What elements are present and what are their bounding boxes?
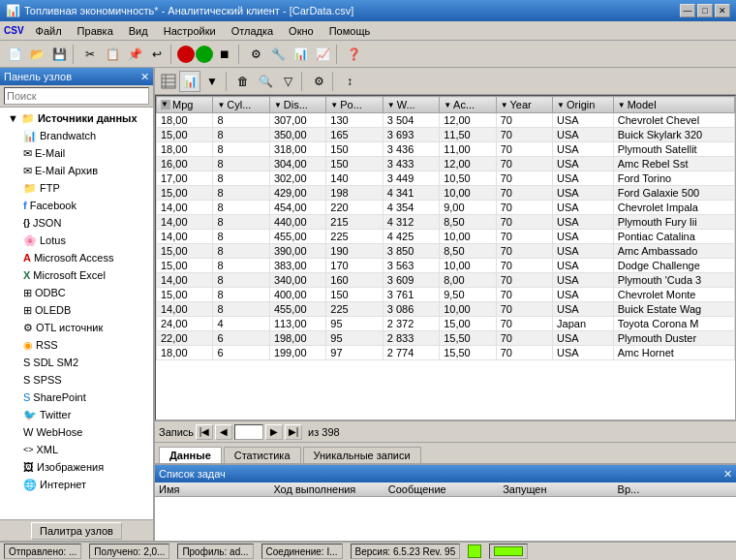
close-button[interactable]: ✕ bbox=[715, 4, 730, 17]
col-mpg[interactable]: ▼ Mpg bbox=[157, 97, 213, 113]
tb-save[interactable]: 💾 bbox=[48, 44, 70, 65]
dt-chart-icon[interactable]: 📊 bbox=[179, 71, 200, 92]
tb-btn10[interactable]: 📊 bbox=[290, 44, 311, 65]
table-cell: 70 bbox=[496, 273, 552, 288]
tree-item-rss[interactable]: ◉ RSS bbox=[0, 336, 153, 354]
table-row[interactable]: 15,008383,001703 56310,0070USADodge Chal… bbox=[157, 259, 735, 273]
table-row[interactable]: 14,008455,002254 42510,0070USAPontiac Ca… bbox=[157, 230, 735, 244]
table-row[interactable]: 16,008304,001503 43312,0070USAAmc Rebel … bbox=[157, 157, 735, 171]
data-table: ▼ Mpg ▼Cyl... ▼Dis... ▼Po... ▼W... ▼Ac..… bbox=[156, 96, 735, 360]
menu-file[interactable]: Файл bbox=[28, 23, 70, 39]
tree-item-facebook[interactable]: f Facebook bbox=[0, 197, 153, 214]
tb-btn8[interactable]: ⚙ bbox=[245, 44, 266, 65]
dt-grid-icon[interactable] bbox=[159, 72, 178, 91]
tree-item-lotus[interactable]: 🌸 Lotus bbox=[0, 232, 153, 249]
tree-item-odbc[interactable]: ⊞ ODBC bbox=[0, 284, 153, 301]
tree-root-datasources[interactable]: ▼ 📁 Источники данных bbox=[0, 109, 153, 127]
dt-funnel-icon[interactable]: ▽ bbox=[277, 71, 298, 92]
table-row[interactable]: 14,008440,002154 3128,5070USAPlymouth Fu… bbox=[157, 215, 735, 230]
table-cell: 15,00 bbox=[157, 186, 213, 201]
tree-item-webhose[interactable]: W WebHose bbox=[0, 423, 153, 441]
menu-window[interactable]: Окно bbox=[281, 23, 322, 39]
table-row[interactable]: 24,004113,00952 37215,0070JapanToyota Co… bbox=[157, 317, 735, 331]
tab-statistics[interactable]: Статистика bbox=[224, 447, 301, 463]
tree-item-json[interactable]: {} JSON bbox=[0, 214, 153, 232]
menu-help[interactable]: Помощь bbox=[322, 23, 379, 39]
dt-settings-icon[interactable]: ⚙ bbox=[308, 71, 329, 92]
minimize-button[interactable]: — bbox=[680, 4, 695, 17]
nav-next-button[interactable]: ▶ bbox=[265, 424, 283, 440]
tb-btn6[interactable] bbox=[196, 46, 213, 63]
tree-item-email[interactable]: ✉ E-Mail bbox=[0, 144, 153, 162]
tb-open[interactable]: 📂 bbox=[26, 44, 47, 65]
task-close-icon[interactable]: ✕ bbox=[723, 468, 732, 481]
table-row[interactable]: 18,008318,001503 43611,0070USAPlymouth S… bbox=[157, 142, 735, 157]
tb-new[interactable]: 📄 bbox=[4, 44, 25, 65]
tab-unique[interactable]: Уникальные записи bbox=[303, 447, 421, 463]
tree-item-otl[interactable]: ⚙ OTL источник bbox=[0, 319, 153, 336]
maximize-button[interactable]: □ bbox=[697, 4, 713, 17]
tree-item-email-archive[interactable]: ✉ E-Mail Архив bbox=[0, 162, 153, 179]
tb-btn11[interactable]: 📈 bbox=[312, 44, 333, 65]
tree-item-excel[interactable]: X Microsoft Excel bbox=[0, 266, 153, 284]
data-table-container[interactable]: ▼ Mpg ▼Cyl... ▼Dis... ▼Po... ▼W... ▼Ac..… bbox=[155, 95, 736, 420]
tree-item-images[interactable]: 🖼 Изображения bbox=[0, 458, 153, 476]
nav-first-button[interactable]: |◀ bbox=[196, 424, 213, 440]
table-cell: Plymouth 'Cuda 3 bbox=[613, 273, 734, 288]
tree-item-access[interactable]: A Microsoft Access bbox=[0, 249, 153, 266]
tree-item-spss[interactable]: S SPSS bbox=[0, 371, 153, 389]
tree-item-sharepoint[interactable]: S SharePoint bbox=[0, 389, 153, 406]
tree-item-twitter[interactable]: 🐦 Twitter bbox=[0, 406, 153, 423]
menu-settings[interactable]: Настройки bbox=[156, 23, 224, 39]
col-po[interactable]: ▼Po... bbox=[326, 97, 383, 113]
col-model[interactable]: ▼Model bbox=[613, 97, 734, 113]
search-input[interactable] bbox=[4, 87, 149, 105]
rss-icon: ◉ bbox=[23, 339, 33, 352]
tb-cut[interactable]: ✂ bbox=[79, 44, 101, 65]
menu-debug[interactable]: Отладка bbox=[224, 23, 281, 39]
tree-item-sdl[interactable]: S SDL SM2 bbox=[0, 354, 153, 371]
table-row[interactable]: 17,008302,001403 44910,5070USAFord Torin… bbox=[157, 171, 735, 186]
table-row[interactable]: 14,008454,002204 3549,0070USAChevrolet I… bbox=[157, 201, 735, 215]
tree-item-brandwatch[interactable]: 📊 Brandwatch bbox=[0, 127, 153, 144]
table-row[interactable]: 15,008350,001653 69311,5070USABuick Skyl… bbox=[157, 128, 735, 142]
table-row[interactable]: 15,008429,001984 34110,0070USAFord Galax… bbox=[157, 186, 735, 201]
tab-data[interactable]: Данные bbox=[159, 447, 222, 463]
tree-item-ftp[interactable]: 📁 FTP bbox=[0, 179, 153, 197]
col-year[interactable]: ▼Year bbox=[496, 97, 552, 113]
nav-prev-button[interactable]: ◀ bbox=[215, 424, 232, 440]
table-row[interactable]: 15,008390,001903 8508,5070USAAmc Ambassa… bbox=[157, 244, 735, 259]
tree-item-oledb[interactable]: ⊞ OLEDB bbox=[0, 301, 153, 319]
tb-btn7[interactable]: ⏹ bbox=[214, 44, 235, 65]
tree-label: E-Mail bbox=[35, 147, 65, 159]
tree-item-internet[interactable]: 🌐 Интернет bbox=[0, 476, 153, 493]
nav-last-button[interactable]: ▶| bbox=[285, 424, 302, 440]
tb-btn9[interactable]: 🔧 bbox=[267, 44, 289, 65]
col-ac[interactable]: ▼Ac... bbox=[440, 97, 496, 113]
col-origin[interactable]: ▼Origin bbox=[553, 97, 614, 113]
table-row[interactable]: 18,006199,00972 77415,5070USAAmc Hornet bbox=[157, 346, 735, 360]
dt-search-icon[interactable]: 🔍 bbox=[255, 71, 276, 92]
palette-button[interactable]: Палитра узлов bbox=[31, 522, 122, 540]
tb-paste[interactable]: 📌 bbox=[124, 44, 145, 65]
tb-undo[interactable]: ↩ bbox=[146, 44, 168, 65]
tb-help[interactable]: ❓ bbox=[343, 44, 364, 65]
tb-btn5[interactable] bbox=[177, 46, 195, 63]
table-row[interactable]: 14,008455,002253 08610,0070USABuick Esta… bbox=[157, 302, 735, 317]
panel-close-icon[interactable]: ✕ bbox=[140, 71, 149, 83]
dt-sort-icon[interactable]: ↕ bbox=[339, 71, 360, 92]
tb-copy[interactable]: 📋 bbox=[102, 44, 123, 65]
tree-item-xml[interactable]: <> XML bbox=[0, 441, 153, 458]
table-row[interactable]: 14,008340,001603 6098,0070USAPlymouth 'C… bbox=[157, 273, 735, 288]
col-w[interactable]: ▼W... bbox=[383, 97, 439, 113]
table-row[interactable]: 15,008400,001503 7619,5070USAChevrolet M… bbox=[157, 288, 735, 302]
dt-delete-icon[interactable]: 🗑 bbox=[232, 71, 254, 92]
col-cyl[interactable]: ▼Cyl... bbox=[213, 97, 269, 113]
col-dis[interactable]: ▼Dis... bbox=[269, 97, 325, 113]
menu-edit[interactable]: Правка bbox=[70, 23, 121, 39]
dt-filter-icon[interactable]: ▼ bbox=[201, 71, 223, 92]
menu-view[interactable]: Вид bbox=[121, 23, 156, 39]
record-number-input[interactable]: 0 bbox=[234, 424, 263, 440]
table-row[interactable]: 18,008307,001303 50412,0070USAChevrolet … bbox=[157, 113, 735, 128]
table-row[interactable]: 22,006198,00952 83315,5070USAPlymouth Du… bbox=[157, 331, 735, 346]
